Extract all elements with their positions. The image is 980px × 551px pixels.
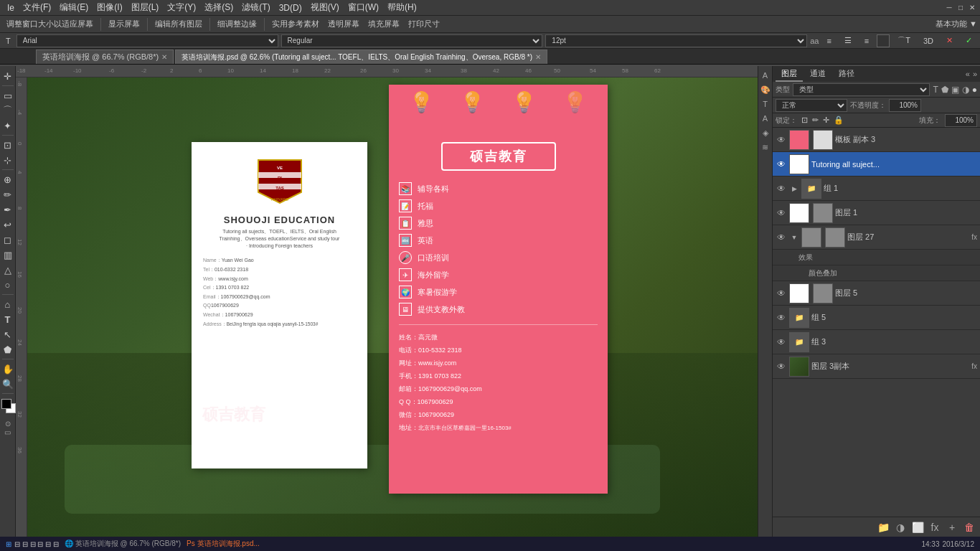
filter-icon-image[interactable]: ▣ (951, 85, 959, 95)
layer-item-5[interactable]: 👁 ▼ 图层 27 fx (773, 225, 980, 250)
ie-taskbar-item[interactable]: 🌐 英语培训海报 @ 66.7% (RGB/8*) (65, 539, 181, 549)
new-group-button[interactable]: 📁 (875, 519, 891, 535)
menu-item-image[interactable]: 图像(I) (93, 1, 126, 14)
foreground-color[interactable] (1, 399, 11, 409)
filter-icon-T[interactable]: T (933, 85, 938, 95)
layer-5-visibility[interactable]: 👁 (776, 232, 787, 243)
layer-item-1[interactable]: 👁 概板 副本 3 (773, 128, 980, 152)
layer-5-expand[interactable]: ▼ (789, 232, 799, 242)
brush-tool[interactable]: ✏ (1, 187, 15, 202)
layer-item-6[interactable]: 👁 图层 5 (773, 281, 980, 306)
menu-item-3d[interactable]: 3D(D) (275, 3, 306, 13)
lock-pixel-icon[interactable]: ✏ (812, 116, 819, 125)
commit-text[interactable]: ✓ (961, 34, 977, 47)
menu-item-view[interactable]: 视图(V) (306, 1, 344, 14)
layer-mask-button[interactable]: ⬜ (910, 519, 925, 535)
ps-taskbar-item[interactable]: Ps 英语培训海报.psd... (187, 539, 260, 549)
tab-1[interactable]: 英语培训海报 @ 66.7% (RGB/8*) ✕ (36, 50, 174, 64)
close-button[interactable]: ✕ (967, 3, 977, 13)
filter-icon-shape[interactable]: ⬟ (941, 85, 948, 95)
delete-layer-button[interactable]: 🗑 (961, 519, 977, 535)
create-warp[interactable]: ⌒T (892, 34, 915, 47)
lock-move-icon[interactable]: ✛ (823, 116, 829, 125)
layer-3-expand[interactable]: ▶ (789, 184, 799, 194)
magic-wand-tool[interactable]: ✦ (1, 118, 15, 133)
panel-tab-channels[interactable]: 通道 (804, 67, 831, 82)
layer-5-effects-row[interactable]: 效果 (773, 250, 980, 265)
align-center[interactable]: ☰ (839, 34, 857, 47)
font-style-select[interactable]: Regular (281, 34, 543, 47)
panel-expand-icon[interactable]: » (973, 70, 977, 78)
history-tool[interactable]: ↩ (1, 217, 15, 232)
start-button[interactable]: ⊞ (6, 540, 11, 548)
mini-tool-6[interactable]: ≋ (759, 141, 772, 154)
hand-tool[interactable]: ✋ (1, 362, 15, 376)
menu-item-type[interactable]: 文字(Y) (163, 1, 200, 14)
menu-item-edit[interactable]: 编辑(E) (55, 1, 93, 14)
quick-mask-toggle[interactable]: ⊙ (5, 420, 11, 428)
toolbar-ref-material[interactable]: 实用参考素材 (268, 17, 323, 31)
panel-collapse-icon[interactable]: « (966, 70, 970, 78)
minimize-button[interactable]: ─ (944, 3, 954, 13)
layer-3-visibility[interactable]: 👁 (776, 183, 787, 194)
menu-item-layer[interactable]: 图层(L) (127, 1, 164, 14)
layer-item-2[interactable]: 👁 T Tutoring all suject... (773, 152, 980, 176)
cancel-text[interactable]: ✕ (941, 34, 958, 47)
mini-tool-5[interactable]: ◈ (759, 126, 772, 139)
toolbar-transparent[interactable]: 透明屏幕 (324, 17, 363, 31)
layer-9-visibility[interactable]: 👁 (776, 361, 787, 372)
filter-icon-adj[interactable]: ◑ (962, 85, 969, 95)
lock-all-icon[interactable]: 🔒 (834, 116, 844, 125)
toolbar-fit-screen[interactable]: 调整窗口大小以适应屏幕 (3, 17, 97, 31)
layer-item-4[interactable]: 👁 图层 1 (773, 201, 980, 225)
menu-item-ie[interactable]: Ie (3, 3, 19, 13)
tab-2[interactable]: 英语培训海报.psd @ 62.6% (Tutoring all suject.… (175, 50, 547, 64)
mini-tool-4[interactable]: A (759, 112, 772, 125)
panel-tab-layers[interactable]: 图层 (776, 67, 803, 82)
marquee-tool[interactable]: ▭ (1, 88, 15, 103)
gradient-tool[interactable]: ▥ (1, 248, 15, 262)
font-family-select[interactable]: Arial (17, 34, 278, 47)
text-tool[interactable]: T (1, 312, 15, 326)
layer-item-8[interactable]: 👁 📁 组 3 (773, 330, 980, 354)
layer-item-9[interactable]: 👁 图层 3副本 fx (773, 354, 980, 379)
tab-2-close[interactable]: ✕ (535, 53, 541, 61)
lock-position-icon[interactable]: ⊡ (801, 116, 808, 125)
dodge-tool[interactable]: ○ (1, 278, 15, 292)
eraser-tool[interactable]: ◻ (1, 232, 15, 247)
layer-2-visibility[interactable]: 👁 (776, 159, 787, 170)
toolbar-print-size[interactable]: 打印尺寸 (405, 17, 443, 31)
canvas-area[interactable]: VE RI TAS HARVARD SHOUOJI EDUCATION Tuto… (27, 77, 772, 537)
filter-type-select[interactable]: 类型 名称 效果 模式 (793, 83, 930, 96)
layer-item-3[interactable]: 👁 ▶ 📁 组 1 (773, 176, 980, 201)
opacity-input[interactable] (889, 99, 921, 112)
layer-fx-button[interactable]: fx (927, 519, 943, 535)
lasso-tool[interactable]: ⌒ (1, 103, 15, 118)
clone-tool[interactable]: ✒ (1, 202, 15, 217)
toggle-3d[interactable]: 3D (918, 35, 938, 47)
path-tool[interactable]: ↖ (1, 327, 15, 342)
crop-tool[interactable]: ⊡ (1, 138, 15, 152)
pen-tool[interactable]: ⌂ (1, 297, 15, 311)
layer-6-visibility[interactable]: 👁 (776, 288, 787, 299)
menu-item-filter[interactable]: 滤镜(T) (237, 1, 274, 14)
layer-1-visibility[interactable]: 👁 (776, 134, 787, 146)
move-tool[interactable]: ✛ (1, 69, 15, 83)
fill-input[interactable] (945, 114, 977, 127)
layer-5-color-overlay-row[interactable]: 颜色叠加 (773, 265, 980, 281)
toolbar-show-screen[interactable]: 显示屏幕 (105, 17, 143, 31)
font-size-select[interactable]: 12pt (545, 34, 807, 47)
mini-tool-2[interactable]: 🎨 (759, 83, 772, 96)
menu-item-help[interactable]: 帮助(H) (383, 1, 421, 14)
maximize-button[interactable]: □ (956, 3, 966, 13)
mini-tool-1[interactable]: A (759, 69, 772, 82)
layer-8-visibility[interactable]: 👁 (776, 336, 787, 348)
tab-1-close[interactable]: ✕ (161, 53, 167, 61)
filter-toggle[interactable]: ● (972, 85, 977, 95)
layer-4-visibility[interactable]: 👁 (776, 207, 787, 219)
menu-item-file[interactable]: 文件(F) (19, 1, 55, 14)
screen-mode[interactable]: ▭ (4, 428, 11, 436)
new-layer-button[interactable]: + (944, 519, 960, 535)
heal-tool[interactable]: ⊕ (1, 172, 15, 187)
text-color-swatch[interactable] (877, 34, 890, 47)
